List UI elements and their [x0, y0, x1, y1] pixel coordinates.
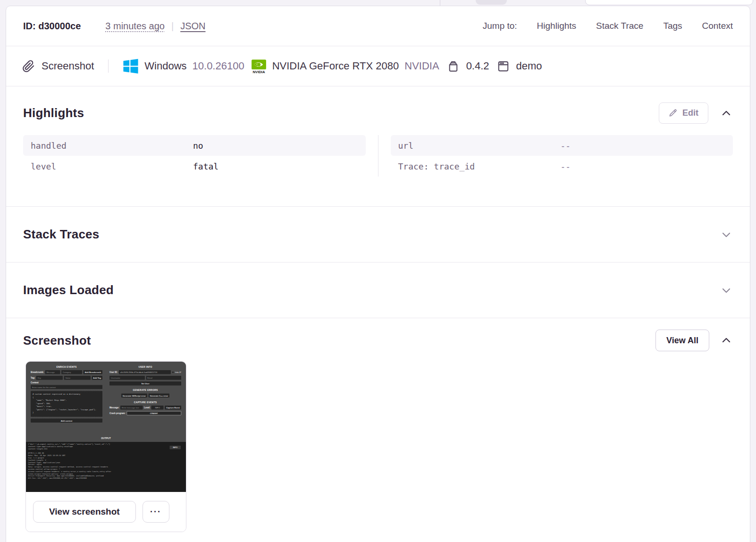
screenshot-title: Screenshot — [23, 333, 91, 348]
app-name: demo — [516, 60, 542, 72]
thumb-generate-errors-title: GENERATE ERRORS — [109, 389, 181, 392]
chevron-down-icon — [721, 229, 732, 240]
cutoff-panel — [585, 0, 753, 5]
jump-link-stack-trace[interactable]: Stack Trace — [596, 21, 643, 31]
event-detail-card: ID: d30000ce 3 minutes ago | JSON Jump t… — [6, 6, 750, 542]
chevron-up-icon — [721, 335, 732, 346]
thumb-add-tag-button: Add Tag — [92, 376, 102, 380]
header-separator: | — [171, 21, 174, 32]
highlights-title: Highlights — [23, 106, 84, 120]
event-time-ago[interactable]: 3 minutes ago — [105, 21, 165, 32]
highlight-row-level: level fatal — [23, 156, 366, 177]
highlight-key: Trace: trace_id — [398, 161, 561, 171]
thumb-output-log: {"dsn":"…@…ingest.sentry.io/…","sdk":{"n… — [26, 442, 186, 492]
highlights-table: handled no level fatal url -- Trace: tra… — [23, 135, 733, 177]
highlight-key: url — [398, 141, 561, 151]
images-loaded-title: Images Loaded — [23, 283, 114, 297]
thumbnail-content: ENRICH EVENTS Breadcrumb: Message Catego… — [26, 362, 186, 492]
highlight-row-handled: handled no — [23, 135, 366, 156]
highlights-left-column: handled no level fatal — [23, 135, 366, 177]
highlight-value: no — [193, 141, 203, 151]
thumb-breadcrumb-message-input: Message — [45, 370, 60, 374]
thumb-context-code: # custom context expressed as a dictiona… — [31, 391, 102, 417]
highlight-key: handled — [31, 141, 193, 151]
view-screenshot-button[interactable]: View screenshot — [33, 501, 136, 523]
images-loaded-expand-button[interactable] — [720, 284, 733, 297]
attachment-screenshot-label[interactable]: Screenshot — [42, 60, 94, 72]
event-id: ID: d30000ce — [23, 21, 81, 32]
cutoff-pill — [476, 0, 507, 5]
thumb-breadcrumb-category-input: Category — [61, 370, 82, 374]
thumb-capture-events-title: CAPTURE EVENTS — [109, 401, 181, 404]
os-name: Windows — [144, 60, 186, 72]
windows-logo-icon — [123, 58, 139, 74]
event-header: ID: d30000ce 3 minutes ago | JSON Jump t… — [6, 6, 750, 46]
stack-traces-title: Stack Traces — [23, 227, 99, 242]
context-bar: Screenshot Windows 10.0.26100 — [6, 46, 750, 86]
thumb-cpp-error-button: Generate C++ error — [148, 394, 169, 398]
context-bar-divider — [108, 59, 109, 73]
jump-link-highlights[interactable]: Highlights — [537, 21, 576, 31]
thumb-tag-label: Tag: — [31, 377, 35, 379]
thumb-level-select: INFO — [151, 406, 164, 410]
highlight-value: fatal — [193, 161, 218, 171]
highlight-key: level — [31, 161, 193, 171]
thumb-set-user-button: Set User — [109, 381, 181, 386]
pencil-icon — [669, 109, 678, 118]
thumb-message-input: Enter message text — [120, 406, 143, 410]
thumb-enrich-events-panel: ENRICH EVENTS Breadcrumb: Message Catego… — [31, 364, 102, 424]
images-loaded-section: Images Loaded — [6, 263, 750, 318]
jump-link-context[interactable]: Context — [702, 21, 733, 31]
thumb-message-label: Message: — [109, 406, 119, 409]
screenshot-more-button[interactable]: ··· — [143, 501, 169, 523]
edit-button-label: Edit — [682, 108, 698, 118]
screenshot-thumbnail[interactable]: ENRICH EVENTS Breadcrumb: Message Catego… — [26, 362, 186, 492]
thumb-add-breadcrumb-button: Add Breadcrumb — [84, 370, 102, 374]
cutoff-divider — [440, 0, 440, 6]
release-box-icon — [446, 59, 461, 74]
thumb-infer-ip-checkbox — [172, 371, 174, 373]
view-all-button[interactable]: View All — [655, 330, 709, 351]
stack-traces-expand-button[interactable] — [720, 228, 733, 241]
thumb-crash-button: CRASH! — [126, 411, 181, 415]
chevron-down-icon — [721, 285, 732, 296]
gpu-context: NVIDIA NVIDIA GeForce RTX 2080 NVIDIA — [251, 59, 439, 74]
thumb-breadcrumb-label: Breadcrumb: — [31, 371, 44, 373]
paperclip-icon — [22, 60, 35, 73]
thumb-crash-label: Crash program: — [109, 412, 126, 415]
gpu-vendor: NVIDIA — [404, 60, 439, 72]
screenshot-collapse-button[interactable] — [720, 334, 733, 347]
thumb-email-input: Email — [146, 376, 181, 380]
highlight-value: -- — [561, 141, 571, 151]
highlights-column-divider — [378, 135, 378, 177]
edit-highlights-button[interactable]: Edit — [659, 102, 708, 124]
jump-link-tags[interactable]: Tags — [663, 21, 682, 31]
thumb-username-input: Username — [109, 376, 145, 380]
json-link[interactable]: JSON — [180, 21, 205, 32]
thumb-info-badge: INFO — [169, 446, 181, 449]
screenshot-card-actions: View screenshot ··· — [26, 492, 186, 532]
thumb-level-label: Level: — [144, 406, 150, 409]
app-window-icon — [496, 59, 511, 74]
thumb-output-title: OUTPUT — [26, 437, 186, 440]
os-context: Windows 10.0.26100 — [123, 58, 244, 74]
gpu-name: NVIDIA GeForce RTX 2080 — [272, 60, 399, 72]
thumb-gdscript-error-button: Generate GDScript error — [121, 394, 147, 398]
os-version: 10.0.26100 — [193, 60, 244, 72]
thumb-enrich-title: ENRICH EVENTS — [31, 365, 102, 368]
thumb-user-id-label: User ID: — [109, 371, 118, 373]
jump-to-nav: Jump to: Highlights Stack Trace Tags Con… — [483, 21, 733, 31]
nvidia-logo-icon: NVIDIA — [251, 59, 267, 74]
highlight-value: -- — [561, 161, 571, 171]
highlight-row-trace-id: Trace: trace_id -- — [391, 156, 733, 177]
jump-to-label: Jump to: — [483, 21, 517, 31]
thumb-context-name-input: Enter name for the context — [31, 385, 102, 390]
highlights-section: Highlights Edit — [6, 86, 750, 207]
highlights-collapse-button[interactable] — [720, 107, 733, 120]
screenshot-section: Screenshot View All ENRICH EVENTS — [6, 318, 750, 532]
release-context: 0.4.2 — [446, 59, 489, 74]
thumb-user-info-title: USER INFO — [109, 365, 181, 368]
thumb-user-id-input: a9c35f9f-290b-471d-dbcb-5ad096821713 — [119, 370, 171, 374]
release-version: 0.4.2 — [466, 60, 489, 72]
thumb-tag-value-input: Value — [64, 376, 90, 380]
